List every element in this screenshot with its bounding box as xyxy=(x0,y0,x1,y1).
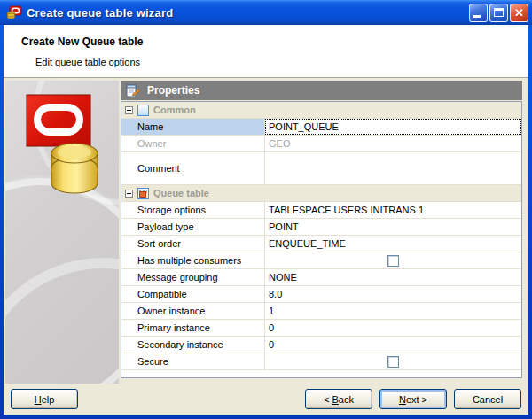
property-label[interactable]: Secure xyxy=(121,353,265,369)
text-caret xyxy=(340,121,340,133)
property-value[interactable] xyxy=(265,152,521,184)
maximize-button[interactable] xyxy=(489,4,508,22)
property-label[interactable]: Name xyxy=(121,119,265,135)
property-row-sort-order: Sort orderENQUEUE_TIME xyxy=(121,236,521,252)
property-row-storage-options: Storage optionsTABLESPACE USERS INITRANS… xyxy=(121,202,521,219)
properties-grid: CommonNamePOINT_QUEUEOwnerGEOCommentQueu… xyxy=(121,101,522,378)
wizard-step-subtitle: Edit queue table options xyxy=(4,48,528,67)
dialog-content: Create New Queue table Edit queue table … xyxy=(4,25,528,415)
property-label[interactable]: Owner instance xyxy=(121,303,265,319)
property-label[interactable]: Sort order xyxy=(121,236,265,252)
property-row-secure: Secure xyxy=(121,353,521,370)
property-value[interactable]: TABLESPACE USERS INITRANS 1 xyxy=(265,202,521,218)
edit-text: POINT_QUEUE xyxy=(269,121,339,132)
wizard-window: Create queue table wizard ✕ Create New Q… xyxy=(0,0,532,419)
minimize-button[interactable] xyxy=(469,4,488,22)
wizard-body: Properties CommonNamePOINT_QUEUEOwnerGEO… xyxy=(4,79,528,384)
property-value[interactable]: POINT xyxy=(265,219,521,235)
group-label: Queue table xyxy=(153,188,209,198)
close-icon: ✕ xyxy=(514,6,524,19)
close-button[interactable]: ✕ xyxy=(510,4,528,22)
cancel-button[interactable]: Cancel xyxy=(454,389,521,409)
window-controls: ✕ xyxy=(469,4,528,22)
collapse-icon[interactable] xyxy=(125,190,133,198)
maximize-icon xyxy=(494,8,504,17)
properties-title: Properties xyxy=(147,84,200,97)
property-value[interactable]: 0 xyxy=(265,320,521,336)
wizard-header: Create New Queue table Edit queue table … xyxy=(4,25,528,78)
property-row-name: NamePOINT_QUEUE xyxy=(121,119,521,136)
group-header-common[interactable]: Common xyxy=(121,102,521,119)
property-label[interactable]: Has multiple consumers xyxy=(121,252,265,268)
property-label[interactable]: Payload type xyxy=(121,219,265,235)
property-row-message-grouping: Message groupingNONE xyxy=(121,269,521,286)
property-value[interactable]: NONE xyxy=(265,269,521,285)
property-value[interactable] xyxy=(265,252,521,268)
property-row-secondary-instance: Secondary instance0 xyxy=(121,337,521,353)
button-bar: Help< BackNext >Cancel xyxy=(4,384,528,415)
property-row-comment: Comment xyxy=(121,152,521,185)
common-icon xyxy=(137,105,149,116)
secure-checkbox[interactable] xyxy=(387,356,399,368)
property-row-compatible: Compatible8.0 xyxy=(121,286,521,303)
wizard-graphic-panel xyxy=(5,81,119,384)
property-value[interactable]: GEO xyxy=(265,136,521,151)
property-row-primary-instance: Primary instance0 xyxy=(121,320,521,337)
properties-icon xyxy=(126,83,140,97)
property-label[interactable]: Owner xyxy=(121,136,265,151)
property-row-has-multiple-consumers: Has multiple consumers xyxy=(121,252,521,269)
properties-panel: Properties CommonNamePOINT_QUEUEOwnerGEO… xyxy=(121,81,522,378)
name-edit-field[interactable]: POINT_QUEUE xyxy=(265,119,521,135)
wizard-step-title: Create New Queue table xyxy=(4,25,528,48)
group-label: Common xyxy=(153,105,196,115)
app-icon xyxy=(6,5,22,20)
next-button[interactable]: Next > xyxy=(379,389,447,409)
property-label[interactable]: Secondary instance xyxy=(121,337,265,353)
property-label[interactable]: Storage options xyxy=(121,202,265,218)
collapse-icon[interactable] xyxy=(125,106,133,114)
oracle-database-icon xyxy=(18,91,110,198)
property-row-owner: OwnerGEO xyxy=(121,136,521,152)
property-label[interactable]: Message grouping xyxy=(121,269,265,285)
property-label[interactable]: Compatible xyxy=(121,286,265,302)
property-value[interactable]: 0 xyxy=(265,337,521,353)
property-value[interactable] xyxy=(265,353,521,369)
property-row-owner-instance: Owner instance1 xyxy=(121,303,521,320)
property-value[interactable]: 1 xyxy=(265,303,521,319)
table-icon xyxy=(137,188,149,199)
property-label[interactable]: Primary instance xyxy=(121,320,265,336)
properties-header: Properties xyxy=(121,81,522,100)
property-value[interactable]: 8.0 xyxy=(265,286,521,302)
title-bar[interactable]: Create queue table wizard ✕ xyxy=(0,0,532,25)
has-multiple-consumers-checkbox[interactable] xyxy=(387,255,399,267)
back-button[interactable]: < Back xyxy=(305,389,372,409)
property-value[interactable]: ENQUEUE_TIME xyxy=(265,236,521,252)
help-button[interactable]: Help xyxy=(11,389,78,409)
property-row-payload-type: Payload typePOINT xyxy=(121,219,521,236)
minimize-icon xyxy=(473,15,481,18)
window-title: Create queue table wizard xyxy=(27,6,469,19)
group-header-queue-table[interactable]: Queue table xyxy=(121,185,521,202)
property-label[interactable]: Comment xyxy=(121,152,265,184)
